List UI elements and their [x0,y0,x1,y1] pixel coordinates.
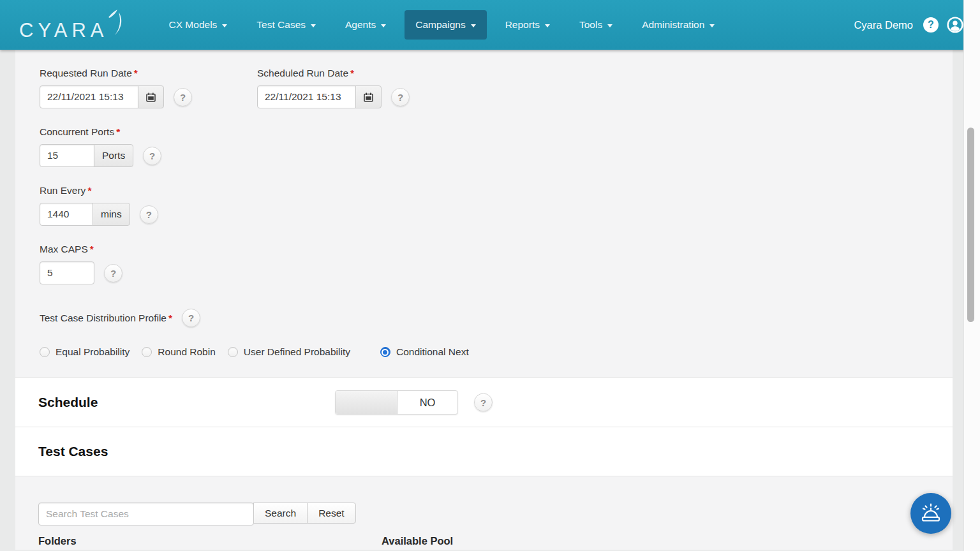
scheduled-run-date-input[interactable] [257,85,356,108]
search-test-cases-input[interactable] [38,503,254,525]
radio-equal-probability[interactable]: Equal Probability [40,346,130,358]
test-case-search-group: Search Reset [38,503,953,525]
radio-icon [142,347,152,357]
concurrent-ports-field: Concurrent Ports* Ports ? [40,126,953,167]
cyara-logo-text: CYARA [19,20,108,40]
required-asterisk: * [87,185,91,196]
requested-run-date-help-button[interactable]: ? [174,88,192,107]
concurrent-ports-help-button[interactable]: ? [143,147,161,165]
requested-run-date-calendar-button[interactable] [138,85,164,108]
distribution-profile-options: Equal Probability Round Robin User Defin… [40,346,953,358]
requested-run-date-label: Requested Run Date [40,68,132,78]
top-navbar: CYARA CX Models Test Cases Agents Campai… [0,0,980,50]
radio-round-robin[interactable]: Round Robin [142,346,215,358]
run-every-field: Run Every* mins ? [40,185,953,226]
concurrent-ports-label: Concurrent Ports [40,126,114,137]
distribution-profile-help-button[interactable]: ? [182,309,200,327]
calendar-icon [146,92,156,102]
chevron-down-icon [607,24,612,27]
page-scrollbar-track[interactable] [963,0,980,551]
campaign-settings-card: Requested Run Date* [15,50,953,551]
schedule-title: Schedule [38,395,98,410]
chevron-down-icon [381,24,386,27]
requested-run-date-field: Requested Run Date* [40,68,257,108]
available-pool-label: Available Pool [382,535,453,547]
max-caps-input[interactable] [40,261,94,284]
calendar-icon [364,92,373,102]
radio-icon [40,347,50,357]
nav-item-cx-models[interactable]: CX Models [158,10,239,40]
required-asterisk: * [116,126,120,137]
nav-item-agents[interactable]: Agents [334,10,397,40]
chevron-down-icon [545,24,550,27]
concurrent-ports-input[interactable] [40,144,94,167]
schedule-toggle[interactable]: NO [335,390,458,415]
chevron-down-icon [311,24,316,27]
distribution-profile-field: Test Case Distribution Profile* ? Equal … [40,309,953,358]
cyara-logo[interactable]: CYARA [19,10,125,40]
nav-item-campaigns[interactable]: Campaigns [405,10,486,40]
scheduled-run-date-field: Scheduled Run Date* [257,68,475,108]
radio-user-defined-probability[interactable]: User Defined Probability [228,346,350,358]
schedule-help-button[interactable]: ? [474,393,493,412]
reset-button[interactable]: Reset [307,503,356,524]
navbar-right: Cyara Demo ? [854,17,963,33]
max-caps-field: Max CAPS* ? [40,244,953,284]
main-nav: CX Models Test Cases Agents Campaigns Re… [158,10,726,40]
scheduled-run-date-help-button[interactable]: ? [391,88,410,107]
required-asterisk: * [90,244,94,254]
user-account-icon[interactable] [947,17,963,33]
toggle-off-label: NO [397,391,457,414]
toggle-handle [336,391,397,414]
schedule-section: Schedule NO ? [15,378,953,427]
requested-run-date-input[interactable] [40,85,138,108]
nav-item-administration[interactable]: Administration [631,10,725,40]
test-cases-section-header: Test Cases [15,427,953,476]
user-menu[interactable]: Cyara Demo [854,19,913,31]
run-date-row: Requested Run Date* [40,68,953,108]
run-every-help-button[interactable]: ? [140,205,158,224]
search-button[interactable]: Search [253,503,308,524]
concierge-bell-icon [919,501,943,525]
nav-item-reports[interactable]: Reports [494,10,561,40]
radio-selected-icon [380,347,390,357]
chevron-down-icon [709,24,715,27]
test-cases-title: Test Cases [38,444,108,459]
page-scrollbar-thumb[interactable] [967,128,974,322]
run-every-input[interactable] [40,203,93,226]
required-asterisk: * [168,312,172,323]
required-asterisk: * [350,68,354,78]
scheduled-run-date-calendar-button[interactable] [355,85,382,108]
run-every-label: Run Every [40,185,85,196]
concurrent-ports-unit: Ports [94,144,133,167]
campaign-form-section: Requested Run Date* [15,50,953,378]
radio-icon [228,347,238,357]
nav-item-tools[interactable]: Tools [568,10,623,40]
cyara-logo-swoosh-icon [106,10,125,36]
chevron-down-icon [471,24,476,27]
max-caps-label: Max CAPS [40,244,88,254]
max-caps-help-button[interactable]: ? [104,264,122,283]
run-every-unit: mins [93,203,130,226]
nav-item-test-cases[interactable]: Test Cases [246,10,327,40]
radio-conditional-next[interactable]: Conditional Next [380,346,469,358]
distribution-profile-label: Test Case Distribution Profile [40,312,167,323]
scheduled-run-date-label: Scheduled Run Date [257,68,348,78]
folders-label: Folders [38,535,382,547]
help-icon[interactable]: ? [923,17,939,33]
chevron-down-icon [222,24,227,27]
required-asterisk: * [134,68,138,78]
test-cases-picker-section: Search Reset Folders Available Pool ▲ [15,476,953,550]
support-bell-fab-button[interactable] [910,493,951,534]
